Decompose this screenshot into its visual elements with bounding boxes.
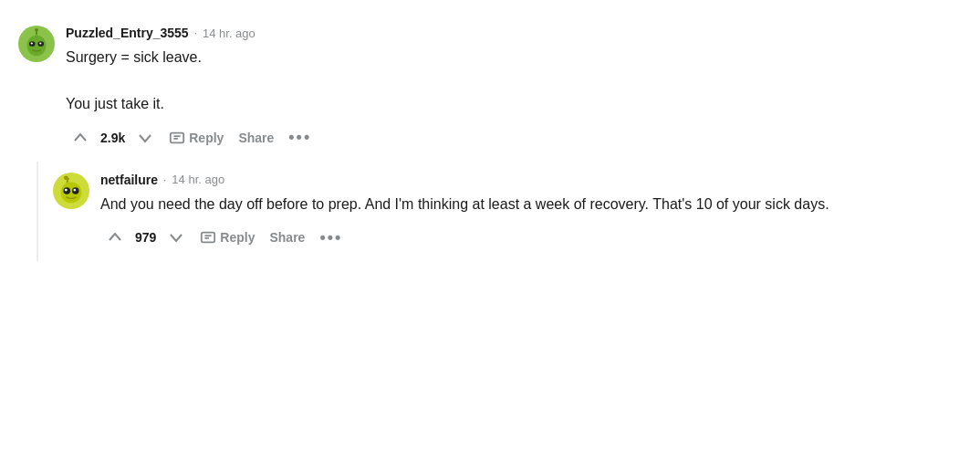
more-button[interactable]: ••• xyxy=(283,126,317,149)
reply-button[interactable]: Reply xyxy=(194,226,260,249)
comment-body: Puzzled_Entry_3555 · 14 hr. ago Surgery … xyxy=(66,26,962,151)
share-button[interactable]: Share xyxy=(264,226,310,248)
username: netfailure xyxy=(100,173,158,187)
dot-separator: · xyxy=(163,173,166,186)
upvote-button[interactable] xyxy=(100,225,130,250)
vote-count: 2.9k xyxy=(100,131,125,145)
share-label: Share xyxy=(269,230,305,245)
comment-item: netfailure · 14 hr. ago And you need the… xyxy=(53,162,962,262)
upvote-button[interactable] xyxy=(66,125,95,151)
comment-text: Surgery = sick leave.You just take it. xyxy=(66,46,962,116)
reply-label: Reply xyxy=(220,230,255,245)
comment-header: netfailure · 14 hr. ago xyxy=(100,173,962,187)
timestamp: 14 hr. ago xyxy=(203,26,255,40)
downvote-icon xyxy=(136,129,154,147)
svg-point-17 xyxy=(65,188,68,191)
svg-point-6 xyxy=(31,43,33,45)
more-label: ••• xyxy=(288,128,311,146)
comment-thread: Puzzled_Entry_3555 · 14 hr. ago Surgery … xyxy=(0,15,980,261)
svg-point-13 xyxy=(64,175,68,180)
share-button[interactable]: Share xyxy=(233,127,279,149)
more-button[interactable]: ••• xyxy=(314,226,348,249)
username: Puzzled_Entry_3555 xyxy=(66,26,189,40)
upvote-icon xyxy=(106,228,124,246)
reply-button[interactable]: Reply xyxy=(163,126,229,150)
comment-body: netfailure · 14 hr. ago And you need the… xyxy=(100,173,962,251)
upvote-icon xyxy=(71,129,89,147)
downvote-button[interactable] xyxy=(130,125,160,151)
nested-comment-container: netfailure · 14 hr. ago And you need the… xyxy=(36,162,962,262)
comment-item: Puzzled_Entry_3555 · 14 hr. ago Surgery … xyxy=(18,15,962,162)
downvote-icon xyxy=(167,228,185,246)
comment-text: And you need the day off before to prep.… xyxy=(100,193,962,216)
reply-icon xyxy=(169,130,185,146)
svg-point-7 xyxy=(39,43,41,45)
timestamp: 14 hr. ago xyxy=(172,173,224,186)
comment-actions: 979 Reply xyxy=(100,225,962,250)
avatar xyxy=(53,173,89,209)
vote-count: 979 xyxy=(135,230,156,245)
downvote-button[interactable] xyxy=(162,225,191,250)
reply-label: Reply xyxy=(189,131,224,145)
share-label: Share xyxy=(238,131,274,145)
more-label: ••• xyxy=(319,228,342,246)
avatar xyxy=(18,26,55,62)
reply-icon xyxy=(200,229,216,246)
dot-separator: · xyxy=(194,26,197,39)
svg-point-2 xyxy=(35,28,38,32)
svg-point-18 xyxy=(73,188,76,191)
comment-header: Puzzled_Entry_3555 · 14 hr. ago xyxy=(66,26,962,40)
svg-point-3 xyxy=(27,36,47,57)
comment-actions: 2.9k Reply Share xyxy=(66,125,962,151)
